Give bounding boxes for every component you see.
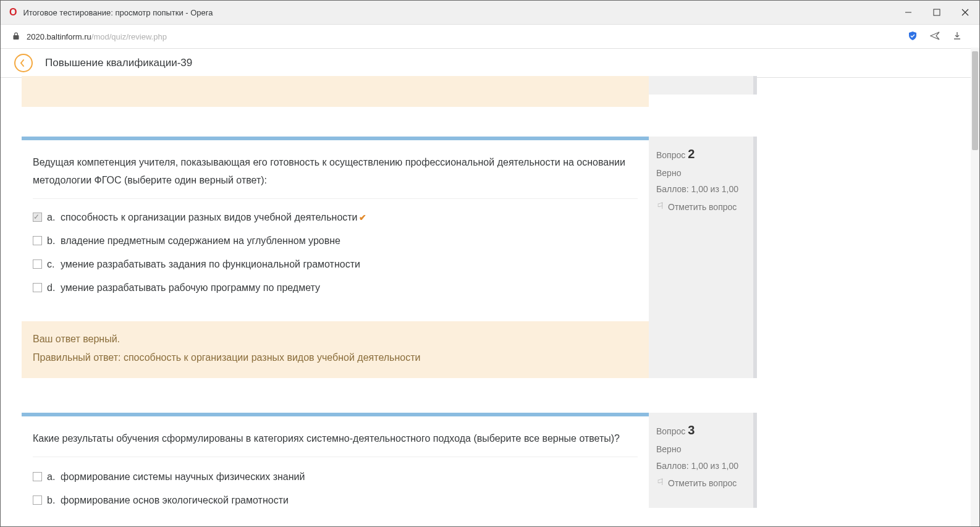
answer-b-text: формирование основ экологической грамотн… (61, 493, 638, 508)
checkbox-b[interactable] (33, 495, 42, 505)
site-title[interactable]: Повышение квалификации-39 (45, 57, 192, 69)
answer-a: a. формирование системы научных физическ… (33, 470, 638, 484)
url-host: 2020.baltinform.ru (27, 32, 91, 41)
checkbox-b[interactable] (33, 236, 42, 245)
question-1-partial (22, 76, 920, 107)
question-status: Верно (656, 166, 746, 180)
lock-icon (12, 32, 20, 42)
answer-d-text: умение разрабатывать рабочую программу п… (61, 280, 638, 295)
feedback-line-2: Правильный ответ: способность к организа… (33, 348, 638, 367)
send-icon[interactable] (930, 31, 940, 43)
feedback-line-1: Ваш ответ верный. (33, 330, 638, 348)
window-titlebar: O Итоговое тестирование: просмотр попытк… (1, 1, 979, 25)
answer-c: c. умение разрабатывать задания по функц… (33, 257, 638, 272)
question-1-side (649, 76, 757, 95)
question-grade: Баллов: 1,00 из 1,00 (656, 459, 746, 473)
answer-d: d. умение разрабатывать рабочую программ… (33, 280, 638, 295)
question-number: Вопрос 3 (656, 420, 746, 440)
answer-b-letter: b. (47, 234, 61, 248)
question-2: Ведущая компетенция учителя, показывающа… (22, 137, 920, 378)
answer-a-letter: a. (47, 210, 61, 225)
answer-b: b. владение предметным содержанием на уг… (33, 234, 638, 248)
window-title: Итоговое тестирование: просмотр попытки … (23, 8, 213, 17)
question-2-separator (33, 198, 638, 199)
flag-question-link[interactable]: ⚐ Отметить вопрос (656, 476, 746, 490)
question-2-answers: a. способность к организации разных видо… (33, 210, 638, 295)
flag-icon: ⚐ (656, 476, 664, 487)
question-number: Вопрос 2 (656, 144, 746, 164)
answer-b-text: владение предметным содержанием на углуб… (61, 234, 638, 248)
minimize-button[interactable] (894, 1, 923, 24)
url-path: /mod/quiz/review.php (91, 32, 167, 41)
shield-icon[interactable] (908, 31, 918, 43)
checkbox-c[interactable] (33, 259, 42, 269)
question-3-answers: a. формирование системы научных физическ… (33, 470, 638, 508)
answer-c-letter: c. (47, 257, 61, 272)
answer-c-text: умение разрабатывать задания по функцион… (61, 257, 638, 272)
answer-b-letter: b. (47, 493, 61, 508)
question-2-side: Вопрос 2 Верно Баллов: 1,00 из 1,00 ⚐ От… (649, 137, 757, 378)
question-3-side: Вопрос 3 Верно Баллов: 1,00 из 1,00 ⚐ От… (649, 413, 757, 508)
question-2-text: Ведущая компетенция учителя, показывающа… (33, 154, 638, 190)
address-bar: 2020.baltinform.ru/mod/quiz/review.php (1, 25, 979, 49)
page-content: Ведущая компетенция учителя, показывающа… (1, 76, 979, 526)
site-logo-icon[interactable] (14, 54, 33, 72)
answer-b: b. формирование основ экологической грам… (33, 493, 638, 508)
opera-icon: O (9, 7, 17, 18)
answer-a-text: формирование системы научных физических … (61, 470, 638, 484)
url[interactable]: 2020.baltinform.ru/mod/quiz/review.php (27, 32, 167, 41)
question-grade: Баллов: 1,00 из 1,00 (656, 182, 746, 196)
svg-rect-1 (934, 9, 940, 15)
question-3-text: Какие результаты обучения сформулированы… (33, 430, 638, 448)
checkbox-a[interactable] (33, 213, 42, 222)
flag-label: Отметить вопрос (668, 476, 737, 490)
question-3: Какие результаты обучения сформулированы… (22, 413, 920, 508)
flag-question-link[interactable]: ⚐ Отметить вопрос (656, 200, 746, 214)
question-1-feedback (22, 76, 649, 107)
answer-a-letter: a. (47, 470, 61, 484)
flag-icon: ⚐ (656, 200, 664, 211)
download-icon[interactable] (952, 31, 962, 43)
site-header: Повышение квалификации-39 (1, 49, 979, 78)
question-status: Верно (656, 442, 746, 456)
question-3-separator (33, 457, 638, 457)
question-2-feedback: Ваш ответ верный. Правильный ответ: спос… (22, 321, 649, 379)
flag-label: Отметить вопрос (668, 200, 737, 214)
correct-tick-icon: ✔ (359, 213, 366, 222)
close-button[interactable] (951, 1, 979, 24)
answer-a: a. способность к организации разных видо… (33, 210, 638, 225)
answer-d-letter: d. (47, 280, 61, 295)
maximize-button[interactable] (923, 1, 951, 24)
checkbox-d[interactable] (33, 283, 42, 292)
answer-a-text: способность к организации разных видов у… (61, 210, 638, 225)
checkbox-a[interactable] (33, 472, 42, 481)
